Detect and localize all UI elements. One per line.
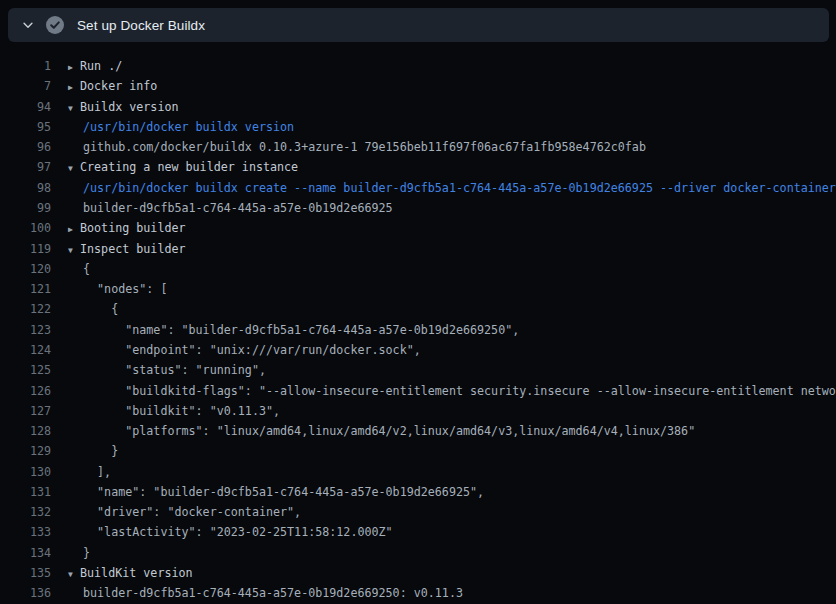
line-number[interactable]: 119 <box>0 239 51 259</box>
log-row: 130 ], <box>0 462 836 482</box>
log-text: builder-d9cfb5a1-c764-445a-a57e-0b19d2e6… <box>83 583 463 603</box>
line-number[interactable]: 123 <box>0 320 51 340</box>
log-row: 132 "driver": "docker-container", <box>0 502 836 522</box>
triangle-down-icon[interactable]: ▼ <box>68 565 80 585</box>
log-text: { <box>83 259 90 279</box>
triangle-right-icon[interactable]: ▶ <box>68 58 80 78</box>
log-text: /usr/bin/docker buildx version <box>83 117 294 137</box>
line-number[interactable]: 127 <box>0 401 51 421</box>
log-row: 128 "platforms": "linux/amd64,linux/amd6… <box>0 421 836 441</box>
log-text: } <box>83 441 118 461</box>
log-text: "nodes": [ <box>83 279 167 299</box>
log-text: ], <box>83 462 111 482</box>
log-text: github.com/docker/buildx 0.10.3+azure-1 … <box>83 137 646 157</box>
log-row: 129 } <box>0 441 836 461</box>
log-row: 134 } <box>0 543 836 563</box>
line-number[interactable]: 135 <box>0 563 51 583</box>
log-text: "driver": "docker-container", <box>83 502 301 522</box>
line-number[interactable]: 94 <box>0 97 51 117</box>
step-header[interactable]: Set up Docker Buildx <box>8 8 829 42</box>
log-row: 1 ▶ Run ./ <box>0 56 836 76</box>
line-number[interactable]: 122 <box>0 299 51 319</box>
log-row: 7 ▶ Docker info <box>0 76 836 96</box>
line-number[interactable]: 98 <box>0 178 51 198</box>
triangle-down-icon[interactable]: ▼ <box>68 159 80 179</box>
log-row: 124 "endpoint": "unix:///var/run/docker.… <box>0 340 836 360</box>
log-row: 97 ▼ Creating a new builder instance <box>0 157 836 177</box>
log-text: "buildkitd-flags": "--allow-insecure-ent… <box>83 381 836 401</box>
line-number[interactable]: 132 <box>0 502 51 522</box>
line-number[interactable]: 95 <box>0 117 51 137</box>
log-output: 1 ▶ Run ./ 7 ▶ Docker info 94 ▼ Buildx v… <box>0 42 836 604</box>
log-text[interactable]: Creating a new builder instance <box>80 157 298 177</box>
triangle-down-icon[interactable]: ▼ <box>68 99 80 119</box>
workflow-log-viewer: Set up Docker Buildx 1 ▶ Run ./ 7 ▶ Dock… <box>0 0 836 604</box>
log-text: { <box>83 299 118 319</box>
log-text[interactable]: Buildx version <box>80 97 179 117</box>
line-number[interactable]: 133 <box>0 522 51 542</box>
log-text: builder-d9cfb5a1-c764-445a-a57e-0b19d2e6… <box>83 198 393 218</box>
log-row: 99 builder-d9cfb5a1-c764-445a-a57e-0b19d… <box>0 198 836 218</box>
log-text: "name": "builder-d9cfb5a1-c764-445a-a57e… <box>83 482 484 502</box>
log-row: 96 github.com/docker/buildx 0.10.3+azure… <box>0 137 836 157</box>
check-circle-icon <box>46 16 64 34</box>
log-text: "lastActivity": "2023-02-25T11:58:12.000… <box>83 522 393 542</box>
log-row: 94 ▼ Buildx version <box>0 97 836 117</box>
log-text[interactable]: Inspect builder <box>80 239 186 259</box>
chevron-down-icon[interactable] <box>20 17 36 33</box>
log-text[interactable]: Run ./ <box>80 56 122 76</box>
log-text[interactable]: Booting builder <box>80 218 186 238</box>
line-number[interactable]: 131 <box>0 482 51 502</box>
line-number[interactable]: 121 <box>0 279 51 299</box>
line-number[interactable]: 96 <box>0 137 51 157</box>
line-number[interactable]: 126 <box>0 381 51 401</box>
log-row: 122 { <box>0 299 836 319</box>
log-row: 136 builder-d9cfb5a1-c764-445a-a57e-0b19… <box>0 583 836 603</box>
line-number[interactable]: 129 <box>0 441 51 461</box>
line-number[interactable]: 7 <box>0 76 51 96</box>
log-text[interactable]: Docker info <box>80 76 157 96</box>
log-row: 95 /usr/bin/docker buildx version <box>0 117 836 137</box>
line-number[interactable]: 130 <box>0 462 51 482</box>
line-number[interactable]: 136 <box>0 583 51 603</box>
log-row: 120 { <box>0 259 836 279</box>
line-number[interactable]: 100 <box>0 218 51 238</box>
log-text: "endpoint": "unix:///var/run/docker.sock… <box>83 340 421 360</box>
line-number[interactable]: 99 <box>0 198 51 218</box>
log-row: 98 /usr/bin/docker buildx create --name … <box>0 178 836 198</box>
log-text: "buildkit": "v0.11.3", <box>83 401 280 421</box>
log-row: 127 "buildkit": "v0.11.3", <box>0 401 836 421</box>
line-number[interactable]: 125 <box>0 360 51 380</box>
log-row: 125 "status": "running", <box>0 360 836 380</box>
line-number[interactable]: 120 <box>0 259 51 279</box>
step-title: Set up Docker Buildx <box>77 18 205 33</box>
line-number[interactable]: 134 <box>0 543 51 563</box>
log-row: 126 "buildkitd-flags": "--allow-insecure… <box>0 381 836 401</box>
triangle-right-icon[interactable]: ▶ <box>68 78 80 98</box>
log-text: "status": "running", <box>83 360 266 380</box>
line-number[interactable]: 97 <box>0 157 51 177</box>
log-row: 135 ▼ BuildKit version <box>0 563 836 583</box>
log-text[interactable]: BuildKit version <box>80 563 193 583</box>
log-row: 121 "nodes": [ <box>0 279 836 299</box>
line-number[interactable]: 124 <box>0 340 51 360</box>
log-row: 131 "name": "builder-d9cfb5a1-c764-445a-… <box>0 482 836 502</box>
log-text: "name": "builder-d9cfb5a1-c764-445a-a57e… <box>83 320 519 340</box>
log-row: 119 ▼ Inspect builder <box>0 239 836 259</box>
log-row: 123 "name": "builder-d9cfb5a1-c764-445a-… <box>0 320 836 340</box>
log-text: } <box>83 543 90 563</box>
triangle-down-icon[interactable]: ▼ <box>68 241 80 261</box>
log-text: "platforms": "linux/amd64,linux/amd64/v2… <box>83 421 695 441</box>
line-number[interactable]: 1 <box>0 56 51 76</box>
triangle-right-icon[interactable]: ▶ <box>68 220 80 240</box>
log-text: /usr/bin/docker buildx create --name bui… <box>83 178 836 198</box>
line-number[interactable]: 128 <box>0 421 51 441</box>
log-row: 100 ▶ Booting builder <box>0 218 836 238</box>
log-row: 133 "lastActivity": "2023-02-25T11:58:12… <box>0 522 836 542</box>
